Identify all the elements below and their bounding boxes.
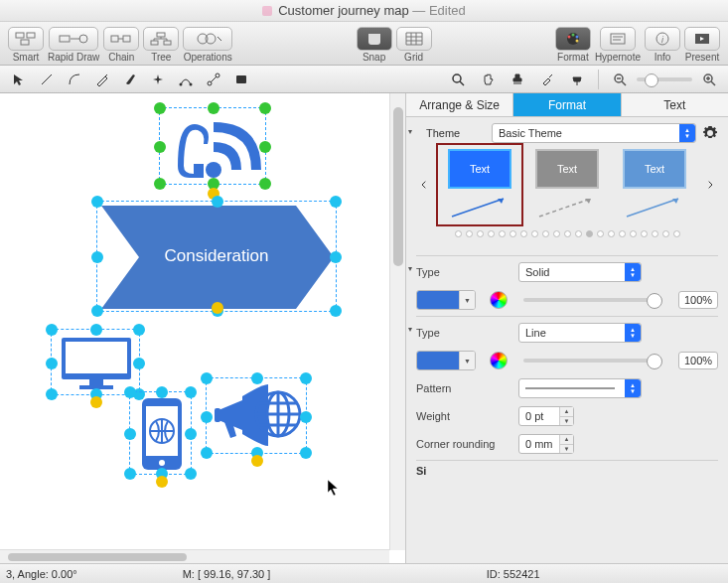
pattern-label: Pattern: [416, 382, 510, 394]
color-picker-icon[interactable]: [490, 291, 508, 309]
fill-type-label: Type: [416, 266, 510, 278]
status-angle: 3, Angle: 0.00°: [6, 568, 77, 580]
zoom-slider[interactable]: [637, 77, 692, 81]
pen-tool[interactable]: [89, 69, 115, 90]
tree-tool[interactable]: Tree: [143, 27, 179, 63]
selection-consideration-arrow[interactable]: Consideration: [96, 201, 337, 312]
rapid-draw-tool[interactable]: Rapid Draw: [48, 27, 99, 63]
vertical-scrollbar[interactable]: [389, 93, 405, 550]
line-opacity-slider[interactable]: [523, 359, 662, 363]
pattern-select[interactable]: ▲▼: [518, 378, 642, 398]
operations-tool[interactable]: Operations: [183, 27, 232, 63]
select-arrows-icon: ▲▼: [679, 124, 695, 142]
line-tool[interactable]: [34, 69, 60, 90]
select-arrows-icon: ▲▼: [625, 324, 641, 342]
style-card-1[interactable]: Text: [444, 151, 515, 219]
svg-rect-17: [611, 34, 625, 44]
info-tool[interactable]: i Info: [645, 27, 680, 63]
selection-screen-icon[interactable]: [51, 329, 140, 395]
hypernote-tool[interactable]: Hypernote: [595, 27, 641, 63]
status-bar: 3, Angle: 0.00° M: [ 99.16, 97.30 ] ID: …: [0, 563, 728, 583]
paint-tool[interactable]: [564, 69, 590, 90]
grid-tool[interactable]: Grid: [396, 27, 432, 63]
si-label: Si: [416, 465, 426, 477]
style-card-3[interactable]: Text: [619, 151, 690, 219]
chevron-right-icon[interactable]: [706, 181, 714, 189]
edited-indicator: — Edited: [412, 3, 465, 18]
connector-tool[interactable]: [201, 69, 226, 90]
blog-rss-icon: [160, 108, 267, 186]
svg-point-22: [190, 82, 193, 85]
theme-label: Theme: [426, 127, 486, 139]
select-arrows-icon: ▲▼: [625, 263, 641, 281]
theme-select[interactable]: Basic Theme ▲▼: [492, 123, 696, 143]
select-arrows-icon: ▲▼: [625, 379, 641, 397]
doc-icon: [262, 6, 272, 16]
shape-tool[interactable]: [228, 69, 254, 90]
collapse-icon[interactable]: ▾: [408, 325, 412, 334]
zoom-in-button[interactable]: [696, 69, 722, 90]
fill-opacity-slider[interactable]: [523, 298, 662, 302]
selection-megaphone-icon[interactable]: [206, 377, 307, 454]
gear-icon[interactable]: [702, 125, 718, 141]
shape-label: Consideration: [97, 202, 336, 311]
svg-point-14: [571, 34, 574, 37]
svg-point-37: [159, 460, 165, 466]
line-color-swatch[interactable]: ▼: [416, 351, 476, 370]
fill-opacity-value[interactable]: 100%: [678, 291, 718, 309]
arc-tool[interactable]: [173, 69, 199, 90]
stepper-icon[interactable]: ▲▼: [559, 435, 573, 453]
snap-tool[interactable]: Snap: [357, 27, 392, 63]
svg-point-15: [575, 36, 578, 39]
drawing-toolbar: [0, 66, 728, 93]
tab-text[interactable]: Text: [622, 93, 728, 116]
search-icon[interactable]: [445, 69, 471, 90]
line-type-label: Type: [416, 327, 510, 339]
zoom-out-button[interactable]: [607, 69, 633, 90]
line-type-select[interactable]: Line▲▼: [518, 323, 642, 343]
tab-arrange[interactable]: Arrange & Size: [406, 93, 513, 116]
color-picker-icon[interactable]: [490, 352, 508, 369]
brush-tool[interactable]: [117, 69, 143, 90]
titlebar: Customer journey map — Edited: [0, 0, 728, 22]
svg-rect-0: [16, 33, 24, 38]
selection-phone-icon[interactable]: [129, 391, 192, 475]
fill-color-swatch[interactable]: ▼: [416, 290, 476, 310]
chain-tool[interactable]: Chain: [103, 27, 139, 63]
status-id: ID: 552421: [375, 568, 651, 580]
canvas[interactable]: Consideration: [0, 93, 405, 563]
svg-rect-7: [157, 33, 165, 37]
style-card-2[interactable]: Text: [531, 151, 603, 219]
line-opacity-value[interactable]: 100%: [678, 352, 718, 369]
stamp-tool[interactable]: [505, 69, 530, 90]
corner-label: Corner rounding: [416, 438, 510, 450]
style-pagination-dots[interactable]: [416, 226, 718, 247]
collapse-icon[interactable]: ▾: [408, 264, 412, 273]
collapse-icon[interactable]: ▾: [408, 127, 412, 226]
svg-point-21: [180, 82, 183, 85]
chevron-left-icon[interactable]: [420, 181, 428, 189]
fill-type-select[interactable]: Solid▲▼: [518, 262, 642, 282]
selection-blog-icon[interactable]: [159, 107, 266, 185]
mouse-cursor-icon: [327, 479, 341, 497]
horizontal-scrollbar[interactable]: [0, 549, 389, 563]
present-tool[interactable]: Present: [684, 27, 720, 63]
pointer-tool[interactable]: [6, 69, 32, 90]
tab-format[interactable]: Format: [513, 93, 621, 116]
format-tool[interactable]: Format: [555, 27, 591, 63]
svg-rect-1: [27, 33, 35, 38]
eyedropper-tool[interactable]: [534, 69, 560, 90]
corner-input[interactable]: 0 mm▲▼: [518, 434, 574, 454]
weight-input[interactable]: 0 pt▲▼: [518, 406, 574, 426]
svg-rect-6: [123, 36, 130, 42]
panel-tabs: Arrange & Size Format Text: [406, 93, 728, 117]
curve-tool[interactable]: [62, 69, 87, 90]
svg-point-4: [79, 35, 87, 43]
svg-point-16: [575, 40, 578, 43]
smart-tool[interactable]: Smart: [8, 27, 44, 63]
stepper-icon[interactable]: ▲▼: [559, 407, 573, 425]
hand-tool[interactable]: [475, 69, 501, 90]
sparkle-tool[interactable]: [145, 69, 171, 90]
svg-rect-32: [89, 379, 103, 385]
format-panel: Arrange & Size Format Text ▾ Theme Basic…: [405, 93, 728, 563]
